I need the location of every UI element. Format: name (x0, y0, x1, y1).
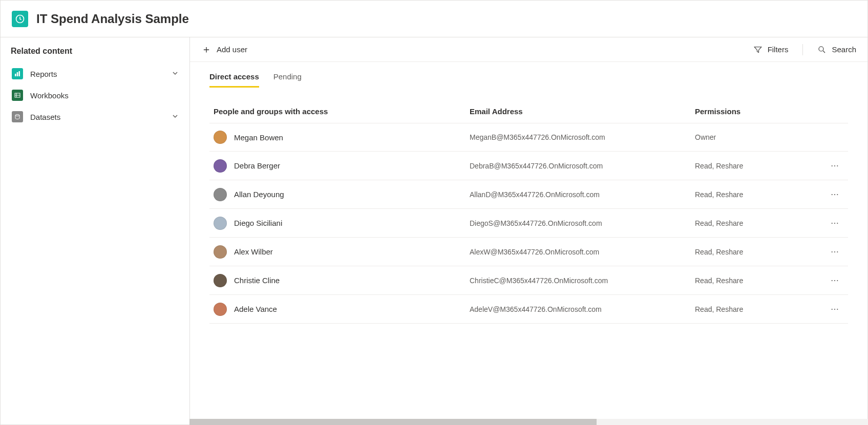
plus-icon: ＋ (201, 42, 211, 56)
user-permission: Read, Reshare (695, 305, 743, 313)
table-header: People and groups with access Email Addr… (209, 101, 848, 123)
more-options-button[interactable]: ⋯ (827, 302, 844, 316)
table-row[interactable]: Christie Cline ChristieC@M365x447726.OnM… (209, 266, 848, 295)
add-user-label: Add user (217, 45, 247, 54)
tabs: Direct access Pending (190, 62, 867, 88)
sidebar-item-label: Reports (30, 70, 172, 78)
avatar (214, 188, 227, 201)
user-email: ChristieC@M365x447726.OnMicrosoft.com (470, 277, 695, 285)
page-title: IT Spend Analysis Sample (36, 12, 189, 26)
svg-point-7 (15, 115, 19, 116)
filter-icon (753, 45, 763, 54)
table-row[interactable]: Megan Bowen MeganB@M365x447726.OnMicroso… (209, 123, 848, 152)
search-label: Search (832, 45, 856, 54)
chevron-down-icon (172, 70, 178, 78)
svg-line-9 (823, 51, 825, 53)
scrollbar-thumb[interactable] (189, 419, 597, 425)
avatar (214, 131, 227, 144)
sidebar-item-label: Workbooks (30, 91, 178, 100)
sidebar-item-reports[interactable]: Reports (11, 63, 179, 84)
user-name: Allan Deyoung (234, 190, 284, 199)
table-row[interactable]: Alex Wilber AlexW@M365x447726.OnMicrosof… (209, 238, 848, 266)
user-permission: Read, Reshare (695, 162, 743, 170)
more-options-button[interactable]: ⋯ (827, 216, 844, 230)
user-permission: Read, Reshare (695, 277, 743, 285)
toolbar: ＋ Add user Filters Search (190, 37, 867, 62)
avatar (214, 245, 227, 259)
workbooks-icon (12, 90, 23, 101)
horizontal-scrollbar[interactable] (189, 419, 868, 425)
table-row[interactable]: Adele Vance AdeleV@M365x447726.OnMicroso… (209, 295, 848, 324)
main-content: ＋ Add user Filters Search Direct access … (190, 37, 867, 424)
add-user-button[interactable]: ＋ Add user (201, 42, 247, 56)
sidebar-item-workbooks[interactable]: Workbooks (11, 84, 179, 106)
user-name: Megan Bowen (234, 133, 283, 142)
svg-rect-3 (19, 71, 20, 76)
user-permission: Read, Reshare (695, 248, 743, 256)
access-table: People and groups with access Email Addr… (190, 88, 867, 324)
search-icon (817, 45, 827, 54)
sidebar-heading: Related content (11, 47, 179, 56)
table-row[interactable]: Debra Berger DebraB@M365x447726.OnMicros… (209, 152, 848, 180)
toolbar-divider (802, 44, 803, 55)
user-name: Alex Wilber (234, 247, 273, 256)
user-email: MeganB@M365x447726.OnMicrosoft.com (470, 133, 695, 141)
reports-icon (12, 68, 23, 79)
user-email: AllanD@M365x447726.OnMicrosoft.com (470, 190, 695, 199)
chevron-down-icon (172, 113, 178, 121)
table-row[interactable]: Diego Siciliani DiegoS@M365x447726.OnMic… (209, 209, 848, 238)
user-email: DiegoS@M365x447726.OnMicrosoft.com (470, 219, 695, 227)
user-name: Christie Cline (234, 276, 280, 285)
sidebar-item-label: Datasets (30, 113, 172, 121)
avatar (214, 303, 227, 316)
more-options-button[interactable]: ⋯ (827, 187, 844, 201)
search-button[interactable]: Search (817, 45, 856, 54)
user-name: Adele Vance (234, 305, 277, 313)
user-name: Diego Siciliani (234, 219, 282, 227)
app-icon (12, 11, 28, 27)
user-email: DebraB@M365x447726.OnMicrosoft.com (470, 162, 695, 170)
table-row[interactable]: Allan Deyoung AllanD@M365x447726.OnMicro… (209, 180, 848, 209)
user-permission: Read, Reshare (695, 190, 743, 199)
more-options-button[interactable]: ⋯ (827, 273, 844, 287)
svg-point-8 (819, 47, 823, 51)
avatar (214, 274, 227, 287)
user-name: Debra Berger (234, 161, 280, 170)
avatar (214, 217, 227, 230)
col-header-people: People and groups with access (214, 107, 470, 116)
avatar (214, 159, 227, 173)
tab-direct-access[interactable]: Direct access (209, 72, 259, 88)
sidebar-item-datasets[interactable]: Datasets (11, 106, 179, 128)
sidebar: Related content Reports Workbooks Datase… (1, 37, 190, 424)
filters-button[interactable]: Filters (753, 45, 789, 54)
svg-rect-1 (15, 74, 16, 76)
more-options-button[interactable]: ⋯ (827, 245, 844, 259)
user-permission: Owner (695, 133, 716, 141)
user-permission: Read, Reshare (695, 219, 743, 227)
more-options-button[interactable]: ⋯ (827, 159, 844, 173)
svg-rect-2 (17, 72, 18, 76)
user-email: AlexW@M365x447726.OnMicrosoft.com (470, 248, 695, 256)
datasets-icon (12, 111, 23, 122)
user-email: AdeleV@M365x447726.OnMicrosoft.com (470, 305, 695, 313)
tab-pending[interactable]: Pending (273, 72, 302, 88)
page-header: IT Spend Analysis Sample (1, 1, 867, 37)
col-header-permissions: Permissions (695, 107, 844, 116)
col-header-email: Email Address (470, 107, 695, 116)
filters-label: Filters (768, 45, 789, 54)
